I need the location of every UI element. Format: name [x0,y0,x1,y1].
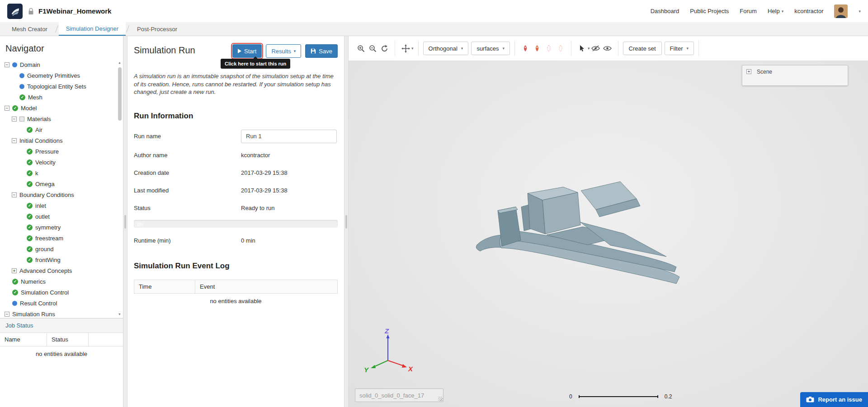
right-splitter[interactable] [344,36,349,407]
run-description: A simulation run is an immutable snapsho… [134,72,338,96]
chevron-down-icon[interactable]: ▾ [411,46,414,51]
tree-item-k[interactable]: k [0,168,123,178]
render-mode-dropdown[interactable]: surfaces ▾ [471,42,510,55]
creation-date-row: Creation date 2017-03-29 15:38 [134,167,338,178]
tree-item-initial-conditions[interactable]: Initial Conditions [0,135,123,146]
check-icon [12,279,18,285]
check-icon [27,170,33,176]
tree-item-inlet[interactable]: inlet [0,200,123,211]
floppy-save-icon [311,48,316,54]
simscale-logo[interactable] [7,4,23,19]
zoom-out-icon[interactable] [367,42,378,55]
toolbar-separator [618,41,618,56]
report-issue-button[interactable]: Report an issue [800,392,868,407]
rocket-tool-icon[interactable] [531,42,543,55]
eye-icon[interactable] [602,42,613,55]
start-button[interactable]: Start [232,44,262,58]
expand-icon[interactable] [746,69,751,74]
tree-item-freestream[interactable]: freestream [0,233,123,243]
tree-item-result-control[interactable]: Result Control [0,298,123,309]
tree-item-simulation-control[interactable]: Simulation Control [0,287,123,298]
eye-slash-icon[interactable] [590,42,602,55]
tree-item-materials[interactable]: Materials [0,113,123,124]
tree-item-advanced-concepts[interactable]: Advanced Concepts [0,265,123,276]
left-splitter[interactable] [123,36,127,407]
collapse-icon[interactable] [12,117,17,122]
collapse-icon[interactable] [5,312,9,317]
zoom-in-icon[interactable] [355,42,367,55]
save-button[interactable]: Save [305,44,338,58]
reset-view-icon[interactable] [378,42,390,55]
tree-item-geometry-primitives[interactable]: Geometry Primitives [0,70,123,81]
user-avatar[interactable] [834,5,848,18]
tree-item-label: Geometry Primitives [27,72,80,79]
tree-item-symmetry[interactable]: symmetry [0,222,123,233]
tree-item-topological-entity-sets[interactable]: Topological Entity Sets [0,81,123,92]
tree-item-velocity[interactable]: Velocity [0,157,123,168]
tab-simulation-designer[interactable]: Simulation Designer [59,22,126,36]
tree-spacer [19,247,24,252]
collapse-icon[interactable] [12,192,17,197]
navigator-scrollbar[interactable]: ▲ ▼ [117,60,123,317]
scroll-down-icon[interactable]: ▼ [117,312,123,317]
nav-forum[interactable]: Forum [740,8,757,14]
chevron-down-icon[interactable]: ▾ [859,9,861,14]
creation-date-value: 2017-03-29 15:38 [241,169,288,176]
help-menu[interactable]: Help ▾ [768,8,783,14]
tree-item-model[interactable]: Model [0,103,123,113]
tab-mesh-creator[interactable]: Mesh Creator [5,22,55,36]
resize-grip-icon[interactable] [438,397,443,401]
tree-spacer [19,127,24,132]
tree-item-label: ground [35,246,53,253]
play-icon [238,49,241,53]
selection-name-input[interactable] [355,388,443,402]
create-set-button[interactable]: Create set [623,42,662,55]
rocket-tool-icon-disabled[interactable] [543,42,555,55]
event-log-col-time: Time [134,280,195,293]
scroll-up-icon[interactable]: ▲ [117,60,123,65]
username-label[interactable]: kcontractor [794,8,823,14]
tree-item-omega[interactable]: Omega [0,178,123,189]
check-icon [12,105,18,111]
collapse-icon[interactable] [5,62,9,67]
nav-dashboard[interactable]: Dashboard [651,8,679,14]
results-button[interactable]: Results ▾ [266,44,301,58]
page-title: Simulation Run [134,44,195,56]
tree-item-pressure[interactable]: Pressure [0,146,123,157]
tree-item-numerics[interactable]: Numerics [0,276,123,287]
rocket-tool-icon[interactable] [519,42,531,55]
header-nav: Dashboard Public Projects Forum Help ▾ k… [651,5,861,18]
filter-dropdown[interactable]: Filter ▾ [665,42,694,55]
navigator-title: Navigator [0,36,123,59]
nav-public-projects[interactable]: Public Projects [690,8,729,14]
pointer-tool-icon[interactable] [576,42,588,55]
expand-icon[interactable] [12,268,17,273]
viewport-canvas[interactable]: Z Y X 0 0.2 Report an [349,61,868,407]
scene-tree-panel[interactable]: Scene [742,65,848,86]
runtime-value: 0 min [241,237,255,244]
tree-spacer [5,279,9,284]
tree-item-simulation-runs[interactable]: Simulation Runs [0,309,123,318]
tree-item-ground[interactable]: ground [0,243,123,254]
tree-item-outlet[interactable]: outlet [0,211,123,222]
run-name-input[interactable] [241,130,337,143]
tree-item-frontwing[interactable]: frontWing [0,254,123,265]
scrollbar-thumb[interactable] [118,67,122,121]
rocket-tool-icon-disabled[interactable] [555,42,566,55]
check-icon [27,257,33,263]
tree-spacer [19,236,24,241]
tree-item-label: Numerics [21,278,46,285]
collapse-icon[interactable] [12,138,17,143]
projection-dropdown[interactable]: Orthogonal ▾ [423,42,469,55]
tab-post-processor[interactable]: Post-Processor [130,22,184,36]
tree-item-mesh[interactable]: Mesh [0,92,123,103]
tree-item-domain[interactable]: Domain [0,59,123,70]
tree-item-air[interactable]: Air [0,124,123,135]
collapse-icon[interactable] [5,106,9,111]
node-dot-icon [19,84,24,89]
lock-icon [28,8,34,15]
tree-item-boundary-conditions[interactable]: Boundary Conditions [0,189,123,200]
scale-bar: 0 0.2 [569,393,672,400]
pan-tool-icon[interactable] [400,42,411,55]
last-modified-label: Last modified [134,187,241,194]
